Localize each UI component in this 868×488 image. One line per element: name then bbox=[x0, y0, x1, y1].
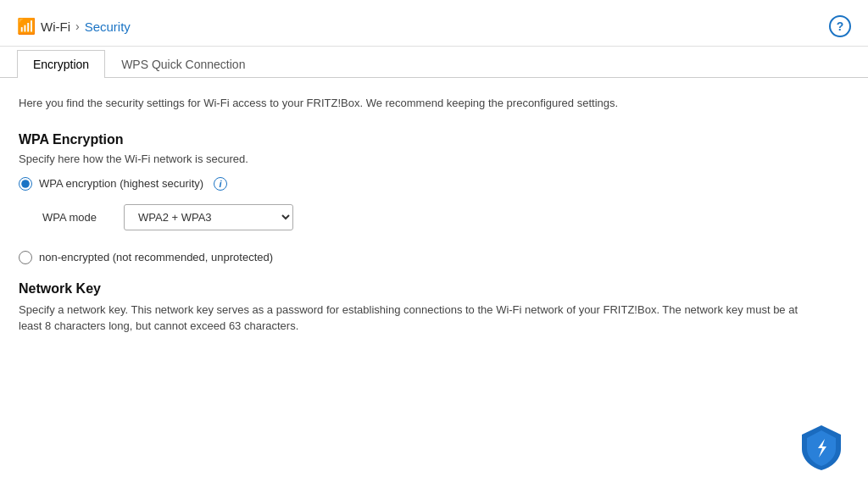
intro-text: Here you find the security settings for … bbox=[19, 95, 849, 112]
radio-wpa-encrypted-input[interactable] bbox=[19, 177, 32, 191]
wpa-section-title: WPA Encryption bbox=[19, 132, 849, 147]
breadcrumb-separator: › bbox=[75, 19, 80, 33]
main-content: Here you find the security settings for … bbox=[0, 78, 868, 352]
tab-encryption[interactable]: Encryption bbox=[17, 50, 105, 78]
network-key-title: Network Key bbox=[19, 281, 849, 297]
wpa-section: WPA Encryption Specify here how the Wi-F… bbox=[19, 132, 849, 264]
info-icon[interactable]: i bbox=[214, 177, 227, 191]
wpa-mode-select[interactable]: WPA2 + WPA3 WPA2 (CCMP) WPA3 (SAE) bbox=[124, 204, 293, 230]
network-key-section: Network Key Specify a network key. This … bbox=[19, 281, 849, 335]
fritz-logo bbox=[800, 424, 843, 471]
radio-non-encrypted-label: non-encrypted (not recommended, unprotec… bbox=[39, 251, 273, 263]
wpa-section-desc: Specify here how the Wi-Fi network is se… bbox=[19, 152, 849, 165]
network-key-desc: Specify a network key. This network key … bbox=[19, 302, 815, 335]
radio-non-encrypted-input[interactable] bbox=[19, 251, 32, 264]
wifi-icon: 📶 bbox=[17, 17, 36, 36]
wpa-radio-group: WPA encryption (highest security) i WPA … bbox=[19, 177, 849, 264]
radio-non-encrypted[interactable]: non-encrypted (not recommended, unprotec… bbox=[19, 251, 849, 264]
radio-wpa-encrypted-label: WPA encryption (highest security) bbox=[39, 177, 203, 190]
breadcrumb: 📶 Wi-Fi › Security bbox=[17, 17, 131, 36]
wpa-mode-label: WPA mode bbox=[42, 211, 110, 224]
breadcrumb-wifi: Wi-Fi bbox=[41, 19, 70, 34]
wpa-mode-row: WPA mode WPA2 + WPA3 WPA2 (CCMP) WPA3 (S… bbox=[42, 204, 849, 230]
tabs-bar: Encryption WPS Quick Connection bbox=[0, 50, 868, 78]
fritz-shield-icon bbox=[800, 424, 843, 471]
radio-wpa-encrypted[interactable]: WPA encryption (highest security) i bbox=[19, 177, 849, 191]
header: 📶 Wi-Fi › Security ? bbox=[0, 0, 868, 47]
breadcrumb-security[interactable]: Security bbox=[85, 19, 131, 34]
help-button[interactable]: ? bbox=[829, 15, 851, 37]
tab-wps[interactable]: WPS Quick Connection bbox=[105, 50, 261, 78]
